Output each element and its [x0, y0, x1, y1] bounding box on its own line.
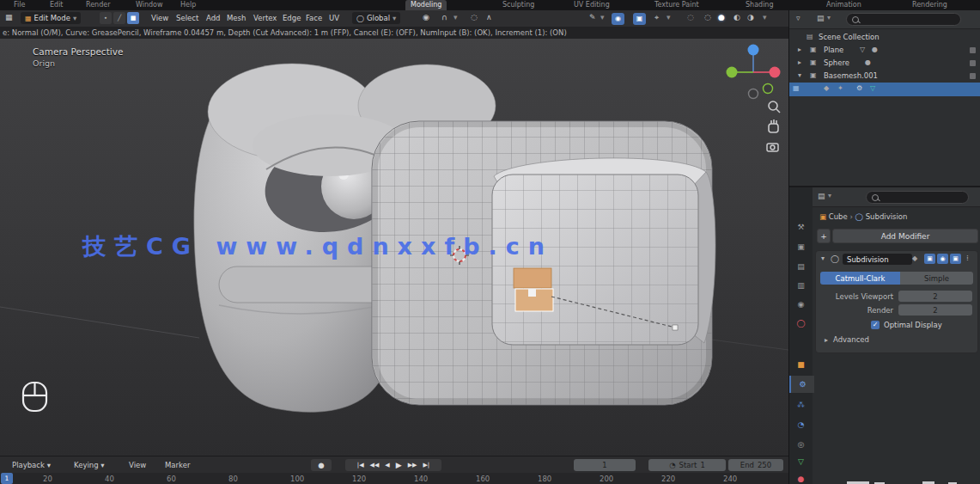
editor-type-icon[interactable]: ▤	[818, 192, 825, 200]
menu-file[interactable]: File	[14, 1, 25, 9]
axis-z-positive[interactable]	[748, 45, 759, 56]
add-modifier-button[interactable]: Add Modifier	[832, 229, 978, 243]
camera-view-button[interactable]	[767, 144, 778, 151]
tab-render[interactable]: ▣	[789, 238, 813, 255]
proportional-editing-icon[interactable]: ◌	[471, 13, 478, 21]
advanced-label[interactable]: Advanced	[833, 335, 869, 344]
menu-render[interactable]: Render	[86, 1, 110, 9]
xray-toggle[interactable]: ▣	[633, 13, 646, 25]
tab-world[interactable]: ◯	[789, 315, 813, 332]
current-frame-field[interactable]: 1	[574, 459, 636, 471]
outliner-row-plane[interactable]: ▸ ▣ Plane ▽ ●	[789, 44, 980, 57]
levels-viewport-value[interactable]: 2	[898, 291, 972, 302]
shading-material-button[interactable]: ◐	[733, 13, 740, 21]
axis-y-positive[interactable]	[764, 84, 773, 94]
tab-output[interactable]: ▤	[789, 258, 813, 275]
chevron-down-icon[interactable]: ▾	[827, 14, 831, 21]
pivot-point-icon[interactable]: ◉	[423, 13, 429, 21]
optimal-display-checkbox[interactable]: ✓	[871, 321, 880, 329]
tab-object-properties[interactable]: ■	[789, 356, 813, 373]
panel-options-button[interactable]: +	[817, 229, 831, 243]
display-mode-icon[interactable]: ▤	[817, 14, 825, 22]
menu-keying[interactable]: Keying ▾	[74, 461, 105, 469]
menu-view[interactable]: View	[129, 461, 146, 469]
menu-view[interactable]: View	[151, 14, 168, 22]
play-reverse-button[interactable]: ◀	[385, 462, 389, 469]
tab-material[interactable]: ●	[789, 470, 813, 484]
workspace-tab-rendering[interactable]: Rendering	[912, 1, 947, 9]
snap-dropdown-icon[interactable]: ▾	[453, 13, 458, 21]
tab-constraints[interactable]: ◎	[789, 436, 813, 453]
expand-icon[interactable]: ▸	[825, 336, 828, 344]
zoom-button[interactable]	[769, 101, 780, 113]
next-keyframe-button[interactable]: ▶▶	[408, 462, 417, 469]
menu-edge[interactable]: Edge	[283, 14, 301, 22]
workspace-tab-texture-paint[interactable]: Texture Paint	[654, 1, 699, 9]
menu-mesh[interactable]: Mesh	[227, 14, 246, 22]
menu-playback[interactable]: Playback ▾	[12, 461, 51, 469]
workspace-tab-uv-editing[interactable]: UV Editing	[574, 1, 610, 9]
properties-search-input[interactable]	[866, 191, 969, 204]
snap-magnet-icon[interactable]: ∩	[441, 13, 447, 21]
tab-view-layer[interactable]: ▥	[789, 277, 813, 294]
tab-modifiers[interactable]: ⚙	[789, 376, 814, 393]
editmode-display-toggle[interactable]: ▣	[924, 254, 935, 264]
axis-z-negative[interactable]	[749, 89, 758, 99]
shading-rendered-button[interactable]: ◑	[747, 13, 754, 21]
play-button[interactable]: ▶	[396, 461, 402, 469]
filter-icon[interactable]: ▿	[796, 14, 800, 22]
gizmos-dropdown-icon[interactable]: ▾	[667, 13, 671, 21]
shading-dropdown-icon[interactable]: ▾	[763, 13, 767, 21]
viewport-3d[interactable]: Camera Perspective Orign 技艺CG www.qdnxxf…	[0, 39, 788, 456]
expand-icon[interactable]: ▸	[798, 46, 801, 53]
shading-wireframe-button[interactable]: ◌	[704, 13, 711, 21]
outliner-row-selected-data[interactable]: ▦ ◆ ✦ ⚙ ▽	[789, 83, 980, 96]
playhead[interactable]: 1	[1, 473, 13, 484]
modifier-extras-icon[interactable]: ⁞	[966, 254, 969, 262]
chevron-down-icon[interactable]: ▾	[828, 192, 831, 199]
exclude-toggle[interactable]	[970, 60, 976, 66]
tool-dropdown-icon[interactable]: ▾	[600, 13, 605, 21]
frame-end-field[interactable]: End250	[728, 459, 783, 471]
editor-type-icon[interactable]: ▦	[5, 13, 13, 21]
overlay-extra-icon[interactable]: ◌	[687, 13, 694, 21]
prev-keyframe-button[interactable]: ◀◀	[370, 462, 380, 469]
tab-scene[interactable]: ◉	[789, 296, 813, 313]
auto-key-button[interactable]: ●	[311, 459, 332, 471]
active-tool-icon[interactable]: ✎	[589, 13, 596, 21]
workspace-tab-modeling[interactable]: Modeling	[405, 0, 447, 10]
menu-face[interactable]: Face	[306, 14, 322, 22]
menu-select[interactable]: Select	[176, 14, 198, 22]
menu-help[interactable]: Help	[180, 1, 196, 9]
edge-select-button[interactable]: ╱	[113, 12, 125, 24]
selected-faces[interactable]	[514, 268, 553, 311]
shield-icon[interactable]: ◆	[912, 254, 917, 262]
move-hand-button[interactable]	[769, 119, 778, 132]
axis-x-positive[interactable]	[770, 67, 781, 78]
algorithm-catmull-clark-button[interactable]: Catmull-Clark	[820, 272, 900, 285]
algorithm-simple-button[interactable]: Simple	[900, 272, 973, 285]
transform-orientation-dropdown[interactable]: ◯ Global ▾	[352, 12, 400, 24]
jump-start-button[interactable]: |◀	[357, 462, 364, 469]
frame-start-field[interactable]: ◔ Start1	[648, 459, 726, 471]
menu-vertex[interactable]: Vertex	[253, 14, 277, 22]
shading-solid-button[interactable]: ●	[718, 13, 725, 21]
outliner-search-input[interactable]	[846, 13, 961, 26]
menu-marker[interactable]: Marker	[165, 461, 190, 469]
tab-physics[interactable]: ◔	[789, 416, 813, 433]
outliner-row-basemesh[interactable]: ▾ ▣ Basemesh.001	[789, 70, 980, 83]
navigation-gizmo[interactable]	[727, 45, 781, 99]
overlays-toggle[interactable]: ◉	[612, 13, 624, 25]
expand-icon[interactable]: ▸	[798, 58, 801, 66]
axis-y-negative[interactable]	[727, 67, 738, 78]
face-select-button[interactable]: ■	[127, 12, 139, 24]
exclude-toggle[interactable]	[970, 47, 976, 53]
breadcrumb-object[interactable]: Cube	[829, 212, 848, 221]
tab-object-data[interactable]: ▽	[789, 453, 813, 470]
vertex-select-button[interactable]: ∙	[100, 12, 112, 24]
gizmos-icon[interactable]: ⌖	[654, 13, 659, 22]
modifier-name-field[interactable]: Subdivision	[843, 254, 912, 265]
tab-particles[interactable]: ⁂	[789, 396, 813, 414]
outliner-row-scene-collection[interactable]: ▤ Scene Collection	[789, 31, 980, 44]
collapse-icon[interactable]: ▾	[821, 254, 825, 262]
